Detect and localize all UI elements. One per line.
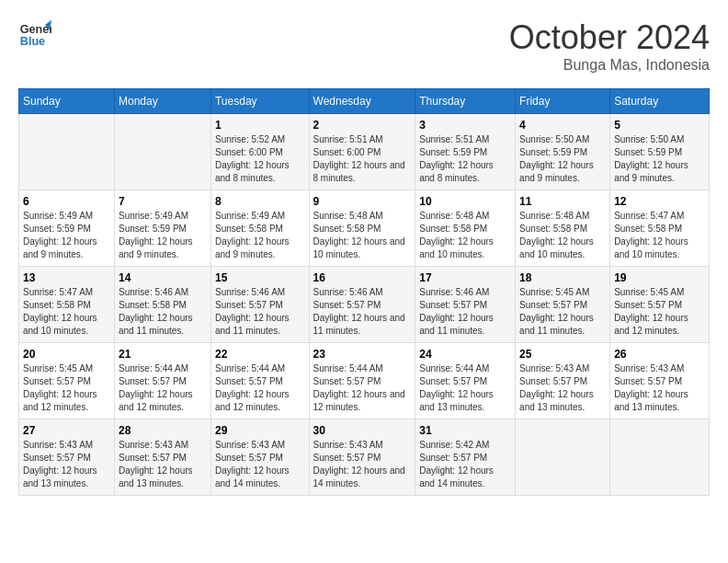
calendar-cell: 8 Sunrise: 5:49 AMSunset: 5:58 PMDayligh… <box>210 190 309 267</box>
day-info: Sunrise: 5:50 AMSunset: 5:59 PMDaylight:… <box>519 133 606 185</box>
day-number: 13 <box>23 271 110 284</box>
day-number: 8 <box>215 195 305 208</box>
day-info: Sunrise: 5:44 AMSunset: 5:57 PMDaylight:… <box>215 362 305 414</box>
day-number: 26 <box>614 348 705 361</box>
day-number: 18 <box>519 271 606 284</box>
calendar-cell: 17 Sunrise: 5:46 AMSunset: 5:57 PMDaylig… <box>415 267 516 343</box>
day-number: 20 <box>23 348 110 361</box>
day-info: Sunrise: 5:47 AMSunset: 5:58 PMDaylight:… <box>614 210 705 261</box>
calendar-cell: 13 Sunrise: 5:47 AMSunset: 5:58 PMDaylig… <box>19 267 115 343</box>
day-info: Sunrise: 5:46 AMSunset: 5:57 PMDaylight:… <box>313 286 412 338</box>
day-number: 28 <box>119 424 207 437</box>
title-block: October 2024 Bunga Mas, Indonesia <box>509 18 710 74</box>
calendar-cell: 27 Sunrise: 5:43 AMSunset: 5:57 PMDaylig… <box>19 419 115 496</box>
day-info: Sunrise: 5:44 AMSunset: 5:57 PMDaylight:… <box>119 362 207 414</box>
page-header: General Blue October 2024 Bunga Mas, Ind… <box>18 18 710 74</box>
day-number: 6 <box>23 195 110 208</box>
day-info: Sunrise: 5:48 AMSunset: 5:58 PMDaylight:… <box>313 210 412 261</box>
day-info: Sunrise: 5:45 AMSunset: 5:57 PMDaylight:… <box>519 286 606 338</box>
calendar-cell: 16 Sunrise: 5:46 AMSunset: 5:57 PMDaylig… <box>309 267 415 343</box>
calendar-cell: 25 Sunrise: 5:43 AMSunset: 5:57 PMDaylig… <box>516 343 610 419</box>
day-number: 10 <box>419 195 511 208</box>
day-info: Sunrise: 5:43 AMSunset: 5:57 PMDaylight:… <box>614 362 705 414</box>
day-number: 14 <box>119 271 207 284</box>
calendar-cell: 4 Sunrise: 5:50 AMSunset: 5:59 PMDayligh… <box>516 114 610 190</box>
column-header-tuesday: Tuesday <box>210 89 309 114</box>
day-info: Sunrise: 5:50 AMSunset: 5:59 PMDaylight:… <box>614 133 705 185</box>
calendar-cell: 18 Sunrise: 5:45 AMSunset: 5:57 PMDaylig… <box>516 267 610 343</box>
calendar-cell: 30 Sunrise: 5:43 AMSunset: 5:57 PMDaylig… <box>309 419 415 496</box>
day-number: 23 <box>313 348 412 361</box>
column-header-friday: Friday <box>516 89 610 114</box>
calendar-cell: 7 Sunrise: 5:49 AMSunset: 5:59 PMDayligh… <box>114 190 210 267</box>
calendar-cell: 10 Sunrise: 5:48 AMSunset: 5:58 PMDaylig… <box>415 190 516 267</box>
week-row-2: 6 Sunrise: 5:49 AMSunset: 5:59 PMDayligh… <box>19 190 710 267</box>
day-number: 2 <box>313 119 412 132</box>
week-row-5: 27 Sunrise: 5:43 AMSunset: 5:57 PMDaylig… <box>19 419 710 496</box>
day-number: 30 <box>313 424 412 437</box>
day-info: Sunrise: 5:52 AMSunset: 6:00 PMDaylight:… <box>215 133 305 185</box>
day-info: Sunrise: 5:46 AMSunset: 5:57 PMDaylight:… <box>215 286 305 338</box>
week-row-4: 20 Sunrise: 5:45 AMSunset: 5:57 PMDaylig… <box>19 343 710 419</box>
calendar-cell: 5 Sunrise: 5:50 AMSunset: 5:59 PMDayligh… <box>610 114 710 190</box>
calendar-cell: 6 Sunrise: 5:49 AMSunset: 5:59 PMDayligh… <box>19 190 115 267</box>
column-header-thursday: Thursday <box>415 89 516 114</box>
calendar-cell: 14 Sunrise: 5:46 AMSunset: 5:58 PMDaylig… <box>114 267 210 343</box>
day-info: Sunrise: 5:42 AMSunset: 5:57 PMDaylight:… <box>419 439 511 490</box>
day-number: 1 <box>215 119 305 132</box>
calendar-table: SundayMondayTuesdayWednesdayThursdayFrid… <box>18 88 710 496</box>
day-number: 16 <box>313 271 412 284</box>
day-info: Sunrise: 5:43 AMSunset: 5:57 PMDaylight:… <box>23 439 110 490</box>
day-number: 9 <box>313 195 412 208</box>
day-number: 31 <box>419 424 511 437</box>
day-info: Sunrise: 5:48 AMSunset: 5:58 PMDaylight:… <box>419 210 511 261</box>
day-info: Sunrise: 5:49 AMSunset: 5:59 PMDaylight:… <box>23 210 110 261</box>
day-info: Sunrise: 5:47 AMSunset: 5:58 PMDaylight:… <box>23 286 110 338</box>
day-number: 12 <box>614 195 705 208</box>
day-info: Sunrise: 5:46 AMSunset: 5:58 PMDaylight:… <box>119 286 207 338</box>
calendar-cell: 3 Sunrise: 5:51 AMSunset: 5:59 PMDayligh… <box>415 114 516 190</box>
day-number: 25 <box>519 348 606 361</box>
calendar-cell: 15 Sunrise: 5:46 AMSunset: 5:57 PMDaylig… <box>210 267 309 343</box>
day-info: Sunrise: 5:43 AMSunset: 5:57 PMDaylight:… <box>313 439 412 490</box>
calendar-cell: 24 Sunrise: 5:44 AMSunset: 5:57 PMDaylig… <box>415 343 516 419</box>
day-number: 5 <box>614 119 705 132</box>
calendar-cell: 29 Sunrise: 5:43 AMSunset: 5:57 PMDaylig… <box>210 419 309 496</box>
calendar-cell: 20 Sunrise: 5:45 AMSunset: 5:57 PMDaylig… <box>19 343 115 419</box>
day-info: Sunrise: 5:44 AMSunset: 5:57 PMDaylight:… <box>313 362 412 414</box>
day-info: Sunrise: 5:43 AMSunset: 5:57 PMDaylight:… <box>215 439 305 490</box>
location-subtitle: Bunga Mas, Indonesia <box>509 57 710 74</box>
day-number: 24 <box>419 348 511 361</box>
day-number: 17 <box>419 271 511 284</box>
day-number: 19 <box>614 271 705 284</box>
day-info: Sunrise: 5:51 AMSunset: 6:00 PMDaylight:… <box>313 133 412 185</box>
week-row-3: 13 Sunrise: 5:47 AMSunset: 5:58 PMDaylig… <box>19 267 710 343</box>
header-row: SundayMondayTuesdayWednesdayThursdayFrid… <box>19 89 710 114</box>
column-header-sunday: Sunday <box>19 89 115 114</box>
calendar-cell: 22 Sunrise: 5:44 AMSunset: 5:57 PMDaylig… <box>210 343 309 419</box>
week-row-1: 1 Sunrise: 5:52 AMSunset: 6:00 PMDayligh… <box>19 114 710 190</box>
month-title: October 2024 <box>509 18 710 57</box>
logo: General Blue <box>18 18 51 52</box>
logo-icon: General Blue <box>18 18 51 52</box>
day-info: Sunrise: 5:46 AMSunset: 5:57 PMDaylight:… <box>419 286 511 338</box>
calendar-cell: 19 Sunrise: 5:45 AMSunset: 5:57 PMDaylig… <box>610 267 710 343</box>
day-number: 29 <box>215 424 305 437</box>
calendar-cell: 9 Sunrise: 5:48 AMSunset: 5:58 PMDayligh… <box>309 190 415 267</box>
svg-text:Blue: Blue <box>20 35 45 48</box>
calendar-cell <box>19 114 115 190</box>
calendar-cell: 21 Sunrise: 5:44 AMSunset: 5:57 PMDaylig… <box>114 343 210 419</box>
column-header-wednesday: Wednesday <box>309 89 415 114</box>
day-number: 4 <box>519 119 606 132</box>
calendar-cell: 11 Sunrise: 5:48 AMSunset: 5:58 PMDaylig… <box>516 190 610 267</box>
day-info: Sunrise: 5:43 AMSunset: 5:57 PMDaylight:… <box>119 439 207 490</box>
day-info: Sunrise: 5:43 AMSunset: 5:57 PMDaylight:… <box>519 362 606 414</box>
calendar-cell: 28 Sunrise: 5:43 AMSunset: 5:57 PMDaylig… <box>114 419 210 496</box>
calendar-cell: 23 Sunrise: 5:44 AMSunset: 5:57 PMDaylig… <box>309 343 415 419</box>
day-info: Sunrise: 5:49 AMSunset: 5:58 PMDaylight:… <box>215 210 305 261</box>
day-number: 7 <box>119 195 207 208</box>
day-info: Sunrise: 5:48 AMSunset: 5:58 PMDaylight:… <box>519 210 606 261</box>
day-number: 11 <box>519 195 606 208</box>
column-header-saturday: Saturday <box>610 89 710 114</box>
calendar-cell: 2 Sunrise: 5:51 AMSunset: 6:00 PMDayligh… <box>309 114 415 190</box>
